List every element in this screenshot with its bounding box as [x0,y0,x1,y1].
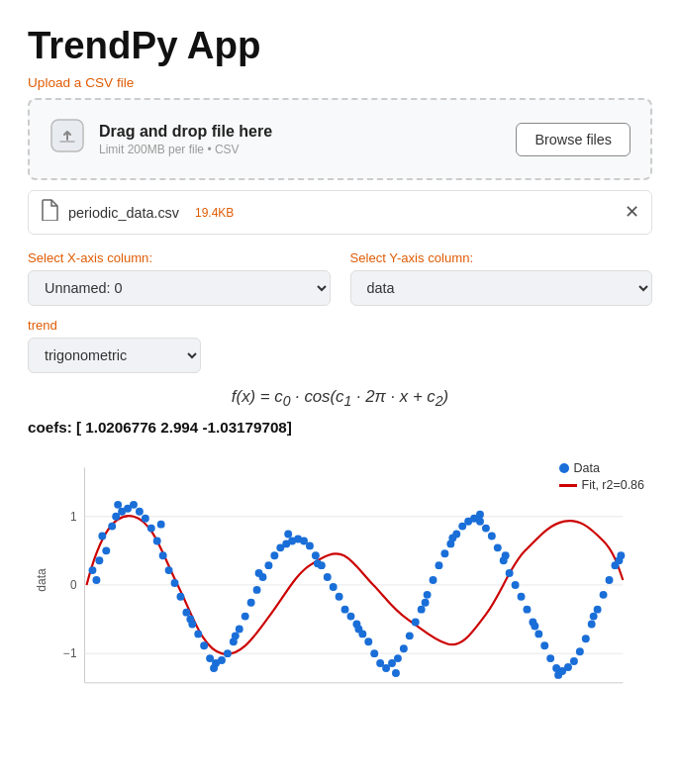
trend-label: trend [28,318,652,333]
svg-point-88 [546,655,554,663]
svg-point-94 [582,636,590,643]
svg-point-115 [502,552,510,560]
formula-text: f(x) = c0 · cos(c1 · 2π · x + c2) [232,387,448,409]
svg-point-109 [314,560,322,568]
svg-point-66 [418,606,426,614]
svg-point-117 [554,671,562,679]
svg-point-110 [354,626,362,634]
trend-group: trend trigonometric linear polynomial ex… [28,318,652,373]
svg-point-51 [330,583,338,591]
svg-point-58 [370,650,378,658]
svg-point-77 [482,525,490,533]
svg-point-37 [247,599,255,607]
svg-point-21 [153,538,161,545]
svg-point-67 [424,591,432,599]
svg-point-10 [95,557,103,565]
file-name: periodic_data.csv [68,205,179,221]
x-axis-group: Select X-axis column: Unnamed: 0 data in… [28,250,331,306]
svg-point-13 [108,523,116,531]
dropzone-main-text: Drag and drop file here [99,123,272,141]
coefs-box: coefs: [ 1.0206776 2.994 -1.03179708] [28,419,652,436]
svg-point-22 [159,552,167,560]
file-close-button[interactable]: ✕ [625,202,639,223]
svg-point-25 [176,593,184,601]
svg-point-106 [232,633,240,640]
svg-point-105 [210,664,218,672]
svg-point-107 [255,569,263,577]
column-selectors: Select X-axis column: Unnamed: 0 data in… [28,250,652,306]
svg-point-38 [253,586,261,594]
svg-point-113 [448,535,456,542]
svg-point-112 [422,599,430,607]
svg-point-98 [606,576,614,584]
svg-point-17 [130,501,138,509]
trend-select[interactable]: trigonometric linear polynomial exponent… [28,338,201,373]
x-axis-select[interactable]: Unnamed: 0 data index [28,270,331,306]
y-axis-label: Select Y-axis column: [350,250,653,265]
file-row: periodic_data.csv 19.4KB ✕ [28,190,652,235]
svg-point-28 [194,631,202,638]
svg-point-96 [594,606,602,614]
file-size: 19.4KB [195,206,234,220]
svg-text:−1: −1 [63,646,77,660]
coefs-label: coefs: [28,419,72,436]
svg-point-40 [264,562,272,570]
svg-point-47 [306,542,314,550]
svg-point-12 [98,533,106,540]
svg-point-102 [114,501,122,509]
svg-point-111 [392,669,400,677]
svg-point-92 [570,657,578,665]
legend-data-dot [559,463,569,473]
svg-point-79 [494,544,502,552]
svg-point-68 [430,576,437,584]
svg-point-82 [512,581,520,589]
svg-point-101 [92,576,100,584]
coefs-values: [ 1.0206776 2.994 -1.03179708] [76,419,292,436]
svg-point-11 [102,547,110,555]
svg-point-84 [523,606,531,614]
svg-point-70 [440,550,448,558]
svg-point-86 [534,631,542,638]
svg-point-62 [394,655,402,663]
chart-area: data 1 0 −1 [28,451,652,709]
svg-point-63 [400,645,408,653]
svg-point-19 [142,515,149,523]
svg-point-48 [312,552,320,560]
svg-point-29 [200,642,208,650]
svg-point-95 [588,621,596,629]
app-title: TrendPy App [28,24,652,67]
svg-point-116 [531,623,538,631]
svg-point-114 [476,511,484,519]
svg-point-18 [136,508,144,516]
svg-point-52 [336,593,343,601]
y-axis-select[interactable]: data Unnamed: 0 index [350,270,653,306]
svg-point-87 [540,642,548,650]
y-axis-chart-label: data [35,569,49,592]
svg-point-104 [186,616,194,624]
svg-point-57 [364,638,372,646]
x-axis-label: Select X-axis column: [28,250,331,265]
chart-legend: Data Fit, r2=0.86 [559,461,644,495]
svg-point-93 [576,648,584,656]
svg-point-97 [600,591,608,599]
svg-point-36 [242,613,249,621]
svg-point-9 [89,567,97,575]
svg-point-119 [615,557,623,565]
svg-point-54 [347,613,355,621]
svg-point-108 [284,531,292,539]
dropzone[interactable]: Drag and drop file here Limit 200MB per … [28,98,652,180]
svg-point-78 [488,533,496,540]
legend-data-item: Data [559,461,644,475]
svg-point-41 [270,552,278,560]
svg-point-118 [590,613,598,621]
svg-point-50 [324,573,332,581]
file-icon [41,199,58,226]
svg-point-35 [236,626,243,634]
legend-fit-line [559,484,577,487]
svg-point-65 [412,619,420,627]
upload-cloud-icon [49,118,85,160]
svg-text:0: 0 [70,578,77,592]
legend-fit-item: Fit, r2=0.86 [559,478,644,492]
browse-files-button[interactable]: Browse files [516,123,631,156]
svg-point-64 [406,633,414,640]
